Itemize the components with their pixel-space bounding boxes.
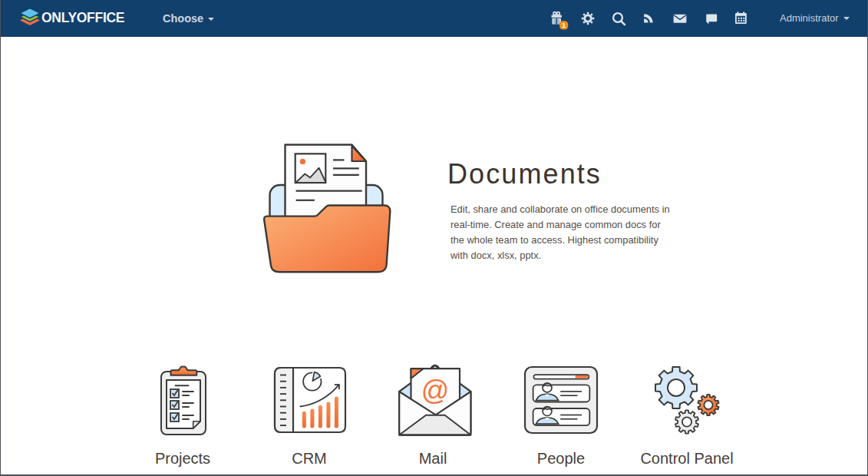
svg-text:@: @ bbox=[421, 375, 450, 406]
svg-text:1: 1 bbox=[562, 21, 566, 29]
